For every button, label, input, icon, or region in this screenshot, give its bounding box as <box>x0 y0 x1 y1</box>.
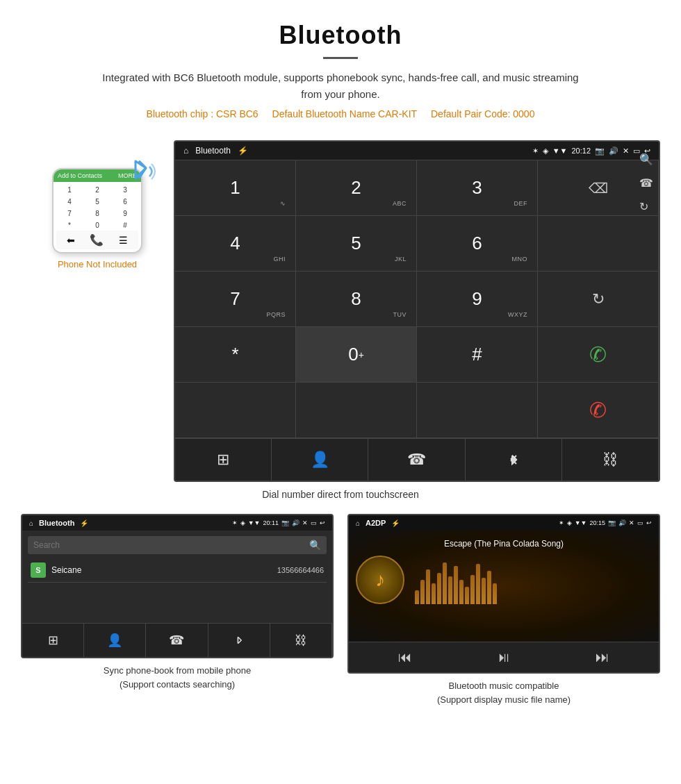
page-header: Bluetooth Integrated with BC6 Bluetooth … <box>0 0 681 140</box>
pb-close-icon[interactable]: ✕ <box>302 519 308 526</box>
bottom-link-btn[interactable]: ⛓ <box>562 439 659 481</box>
key-6[interactable]: 6 <box>112 197 138 207</box>
music-home-icon[interactable]: ⌂ <box>356 519 360 527</box>
dial-key-8[interactable]: 8 TUV <box>296 272 417 327</box>
next-btn[interactable]: ⏭ <box>596 649 609 665</box>
pb-cam-icon[interactable]: 📷 <box>281 519 289 526</box>
music-controls-bar: ⏮ ⏯ ⏭ <box>349 642 659 672</box>
pb-back-icon[interactable]: ↩ <box>320 519 325 526</box>
refresh-icon: ↻ <box>592 290 605 308</box>
call-green-icon: ✆ <box>589 342 607 367</box>
dial-key-7[interactable]: 7 PQRS <box>175 272 296 327</box>
bottom-phone-btn[interactable]: ☎ <box>368 439 465 481</box>
phone-mock-wrapper: Add to Contacts MORE 1 2 3 4 5 6 7 8 9 *… <box>21 140 174 269</box>
music-window-icon[interactable]: ▭ <box>637 519 643 526</box>
key-7-sublabel: PQRS <box>266 311 286 318</box>
dial-key-5[interactable]: 5 JKL <box>296 216 417 272</box>
album-art: ♪ <box>356 556 404 604</box>
home-icon[interactable]: ⌂ <box>183 146 188 156</box>
dial-key-9[interactable]: 9 WXYZ <box>417 272 538 327</box>
music-back-icon[interactable]: ↩ <box>646 519 652 526</box>
dial-key-hash[interactable]: # <box>417 327 538 383</box>
dial-key-1[interactable]: 1 ∿ <box>175 160 296 216</box>
contact-name[interactable]: Seicane <box>51 565 272 575</box>
status-right: ✶ ◈ ▼▼ 20:12 📷 🔊 ✕ ▭ ↩ <box>532 147 650 156</box>
dial-key-2[interactable]: 2 ABC <box>296 160 417 216</box>
key-1[interactable]: 1 <box>56 185 83 195</box>
title-divider <box>323 57 358 59</box>
camera-icon[interactable]: 📷 <box>595 147 605 156</box>
phone-back-icon[interactable]: ⬅ <box>67 235 75 246</box>
dial-refresh[interactable]: ↻ <box>538 272 659 327</box>
wifi-status-icon: ▼▼ <box>552 147 568 155</box>
key-8[interactable]: 8 <box>84 208 110 219</box>
pb-grid-btn[interactable]: ⊞ <box>22 624 84 657</box>
play-pause-btn[interactable]: ⏯ <box>497 649 511 665</box>
volume-icon[interactable]: 🔊 <box>609 147 618 156</box>
music-content-row: ♪ <box>356 556 652 604</box>
eq-bar <box>465 587 469 604</box>
eq-bar <box>459 580 463 604</box>
phone-mock-header-text: Add to Contacts <box>58 172 102 179</box>
music-cam-icon[interactable]: 📷 <box>608 519 616 526</box>
pb-search-input[interactable] <box>33 540 305 550</box>
dial-key-0[interactable]: 0+ <box>296 327 417 383</box>
dial-key-3[interactable]: 3 DEF <box>417 160 538 216</box>
music-body: Escape (The Pina Colada Song) ♪ <box>349 531 659 642</box>
bt-name: Default Bluetooth Name CAR-KIT <box>272 108 418 119</box>
eq-bar <box>470 575 475 604</box>
dial-key-4[interactable]: 4 GHI <box>175 216 296 272</box>
status-time: 20:12 <box>571 147 591 155</box>
pb-link-btn[interactable]: ⛓ <box>270 624 332 657</box>
pb-title: Bluetooth <box>39 519 74 527</box>
pb-window-icon[interactable]: ▭ <box>311 519 317 526</box>
key-9[interactable]: 9 <box>112 208 138 219</box>
pb-bt-btn[interactable] <box>208 624 270 657</box>
music-block: ⌂ A2DP ⚡ ✶ ◈ ▼▼ 20:15 📷 🔊 ✕ ▭ ↩ <box>347 514 660 706</box>
music-caption: Bluetooth music compatible(Support displ… <box>437 679 571 706</box>
key-7[interactable]: 7 <box>56 208 83 219</box>
phone-call-icon[interactable]: 📞 <box>90 233 104 247</box>
key-star[interactable]: * <box>56 220 83 231</box>
dial-key-6[interactable]: 6 MNO <box>417 216 538 272</box>
key-4[interactable]: 4 <box>56 197 83 207</box>
bt-info: Bluetooth chip : CSR BC6 Default Bluetoo… <box>14 108 667 119</box>
music-loc-icon: ◈ <box>567 519 572 526</box>
dial-call-red[interactable]: ✆ <box>538 383 659 438</box>
music-song-title: Escape (The Pina Colada Song) <box>444 539 564 549</box>
pb-phone-btn[interactable]: ☎ <box>146 624 208 657</box>
music-wifi-icon: ▼▼ <box>575 519 587 526</box>
location-icon: ◈ <box>543 147 548 156</box>
key-hash[interactable]: # <box>112 220 138 231</box>
pb-search-row: 🔍 <box>28 536 327 554</box>
close-status-icon[interactable]: ✕ <box>623 147 629 156</box>
pb-person-btn[interactable]: 👤 <box>84 624 146 657</box>
key-0[interactable]: 0 <box>84 220 110 231</box>
pb-bt-icon: ✶ <box>232 519 238 526</box>
pb-vol-icon[interactable]: 🔊 <box>292 519 300 526</box>
music-time: 20:15 <box>589 519 605 526</box>
pb-home-icon[interactable]: ⌂ <box>29 519 33 527</box>
status-title: Bluetooth <box>195 146 231 156</box>
key-5[interactable]: 5 <box>84 197 110 207</box>
dial-empty-2 <box>175 383 296 438</box>
eq-bar <box>420 580 425 604</box>
dial-empty-1 <box>538 216 659 272</box>
key-2[interactable]: 2 <box>84 185 110 195</box>
prev-btn[interactable]: ⏮ <box>398 649 412 665</box>
key-5-sublabel: JKL <box>395 256 407 262</box>
dial-caption: Dial number direct from touchscreen <box>0 489 681 500</box>
bottom-bt-btn[interactable] <box>466 439 562 481</box>
eq-bar <box>476 564 480 604</box>
bottom-person-btn[interactable]: 👤 <box>272 439 368 481</box>
bottom-screens: ⌂ Bluetooth ⚡ ✶ ◈ ▼▼ 20:11 📷 🔊 ✕ ▭ ↩ <box>0 514 681 706</box>
contact-avatar: S <box>31 562 46 578</box>
pb-empty-area <box>22 588 332 623</box>
dial-call-green[interactable]: ✆ <box>538 327 659 383</box>
bottom-grid-btn[interactable]: ⊞ <box>175 439 272 481</box>
dial-key-star[interactable]: * <box>175 327 296 383</box>
music-close-icon[interactable]: ✕ <box>629 519 634 526</box>
phone-menu-icon[interactable]: ☰ <box>119 235 128 246</box>
car-dial-screen: ⌂ Bluetooth ⚡ ✶ ◈ ▼▼ 20:12 📷 🔊 ✕ ▭ ↩ 1 ∿ <box>174 140 660 482</box>
music-vol-icon[interactable]: 🔊 <box>618 519 626 526</box>
